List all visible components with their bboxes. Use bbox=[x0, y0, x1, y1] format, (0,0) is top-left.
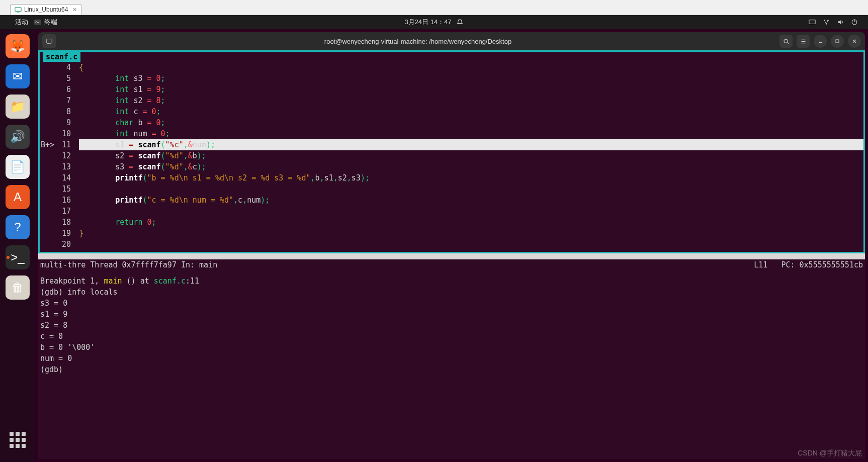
close-icon[interactable]: ✕ bbox=[72, 7, 77, 13]
code-lines: 4{5 int s3 = 0;6 int s1 = 9;7 int s2 = 8… bbox=[40, 62, 863, 252]
source-pane: scanf.c 4{5 int s3 = 0;6 int s1 = 9;7 in… bbox=[38, 50, 865, 253]
gdb-line: b = 0 '\000' bbox=[40, 342, 863, 353]
svg-line-11 bbox=[787, 42, 788, 43]
svg-rect-0 bbox=[15, 8, 21, 12]
watermark: CSDN @手打猪大屁 bbox=[798, 449, 862, 458]
gdb-output[interactable]: Breakpoint 1, main () at scanf.c:11(gdb)… bbox=[38, 270, 865, 459]
thread-info-left: multi-thre Thread 0x7ffff7fa97 In: main bbox=[40, 259, 217, 270]
maximize-icon bbox=[834, 38, 840, 44]
menu-button[interactable] bbox=[797, 35, 810, 48]
close-icon bbox=[851, 38, 857, 44]
new-tab-icon bbox=[46, 38, 53, 45]
svg-rect-13 bbox=[836, 40, 839, 43]
code-line: 4{ bbox=[40, 62, 863, 73]
vm-icon bbox=[15, 6, 22, 13]
dock-item-rhythmbox[interactable]: 🔊 bbox=[6, 125, 30, 149]
close-button[interactable] bbox=[848, 35, 861, 48]
code-line: 20 bbox=[40, 239, 863, 250]
code-line: 19} bbox=[40, 228, 863, 239]
topbar-app[interactable]: 终端 bbox=[34, 18, 57, 27]
gdb-line: Breakpoint 1, main () at scanf.c:11 bbox=[40, 275, 863, 287]
code-line: 8 int c = 0; bbox=[40, 106, 863, 117]
terminal-body[interactable]: scanf.c 4{5 int s3 = 0;6 int s1 = 9;7 in… bbox=[38, 50, 865, 459]
code-line: 16 printf("c = %d\n num = %d",c,num); bbox=[40, 195, 863, 206]
pane-divider[interactable] bbox=[38, 253, 865, 259]
gdb-line: s2 = 8 bbox=[40, 320, 863, 331]
gdb-line: c = 0 bbox=[40, 331, 863, 342]
minimize-icon bbox=[817, 38, 823, 44]
dock-item-terminal[interactable]: >_ bbox=[6, 245, 30, 269]
topbar-app-label: 终端 bbox=[44, 18, 57, 27]
power-icon[interactable] bbox=[851, 19, 858, 26]
gdb-line: num = 0 bbox=[40, 353, 863, 364]
svg-rect-9 bbox=[47, 39, 51, 44]
ubuntu-topbar: 活动 终端 3月24日 14：47 bbox=[0, 15, 868, 29]
code-line: 14 printf("b = %d\n s1 = %d\n s2 = %d s3… bbox=[40, 172, 863, 183]
vm-tabbar: Linux_Ubuntu64 ✕ bbox=[0, 0, 868, 15]
gdb-line: s1 = 9 bbox=[40, 309, 863, 320]
code-line: 17 bbox=[40, 206, 863, 217]
terminal-titlebar: root@wenyecheng-virtual-machine: /home/w… bbox=[38, 32, 865, 50]
code-line: 13 s3 = scanf("%d",&c); bbox=[40, 161, 863, 172]
thread-status-line: multi-thre Thread 0x7ffff7fa97 In: main … bbox=[38, 259, 865, 270]
svg-rect-3 bbox=[809, 20, 815, 24]
gdb-line: s3 = 0 bbox=[40, 298, 863, 309]
search-icon bbox=[783, 38, 790, 45]
search-button[interactable] bbox=[779, 35, 793, 48]
gdb-line: (gdb) info locals bbox=[40, 287, 863, 298]
vm-tab[interactable]: Linux_Ubuntu64 ✕ bbox=[10, 4, 81, 15]
maximize-button[interactable] bbox=[831, 35, 844, 48]
svg-point-10 bbox=[784, 39, 788, 43]
code-line: B+>11 s1 = scanf("%c",&num); bbox=[40, 139, 863, 150]
dock-item-thunderbird[interactable]: ✉ bbox=[6, 64, 30, 88]
show-applications-button[interactable] bbox=[6, 428, 30, 452]
dock-item-firefox[interactable]: 🦊 bbox=[6, 34, 30, 58]
dock-item-trash[interactable]: 🗑 bbox=[6, 275, 30, 300]
code-line: 10 int num = 0; bbox=[40, 128, 863, 139]
dock-item-software[interactable]: A bbox=[6, 185, 30, 209]
screen-icon[interactable] bbox=[809, 19, 816, 26]
thread-info-right: L11 PC: 0x5555555551cb bbox=[754, 259, 863, 270]
gdb-line: (gdb) bbox=[40, 364, 863, 375]
code-line: 15 bbox=[40, 183, 863, 195]
code-line: 9 char b = 0; bbox=[40, 117, 863, 128]
svg-rect-2 bbox=[34, 20, 41, 25]
code-line: 12 s2 = scanf("%d",&b); bbox=[40, 150, 863, 161]
terminal-title: root@wenyecheng-virtual-machine: /home/w… bbox=[56, 38, 779, 45]
volume-icon[interactable] bbox=[837, 19, 844, 26]
terminal-window: root@wenyecheng-virtual-machine: /home/w… bbox=[38, 32, 865, 459]
terminal-icon bbox=[34, 19, 41, 26]
hamburger-icon bbox=[800, 38, 807, 45]
dock: 🦊✉📁🔊📄A?>_🗑 bbox=[0, 29, 35, 462]
minimize-button[interactable] bbox=[814, 35, 827, 48]
code-line: 7 int s2 = 8; bbox=[40, 95, 863, 106]
clock[interactable]: 3月24日 14：47 bbox=[404, 18, 451, 27]
source-file-tab: scanf.c bbox=[43, 52, 80, 62]
activities-button[interactable]: 活动 bbox=[15, 18, 28, 27]
svg-rect-1 bbox=[17, 12, 19, 12]
code-line: 5 int s3 = 0; bbox=[40, 73, 863, 84]
dock-item-libreoffice[interactable]: 📄 bbox=[6, 155, 30, 179]
code-line: 6 int s1 = 9; bbox=[40, 84, 863, 95]
bell-icon[interactable] bbox=[457, 19, 464, 26]
new-tab-button[interactable] bbox=[42, 34, 56, 48]
network-icon[interactable] bbox=[823, 19, 830, 26]
dock-item-help[interactable]: ? bbox=[6, 215, 30, 239]
code-line: 18 return 0; bbox=[40, 217, 863, 228]
vm-tab-label: Linux_Ubuntu64 bbox=[24, 6, 68, 13]
dock-item-files[interactable]: 📁 bbox=[6, 95, 30, 119]
